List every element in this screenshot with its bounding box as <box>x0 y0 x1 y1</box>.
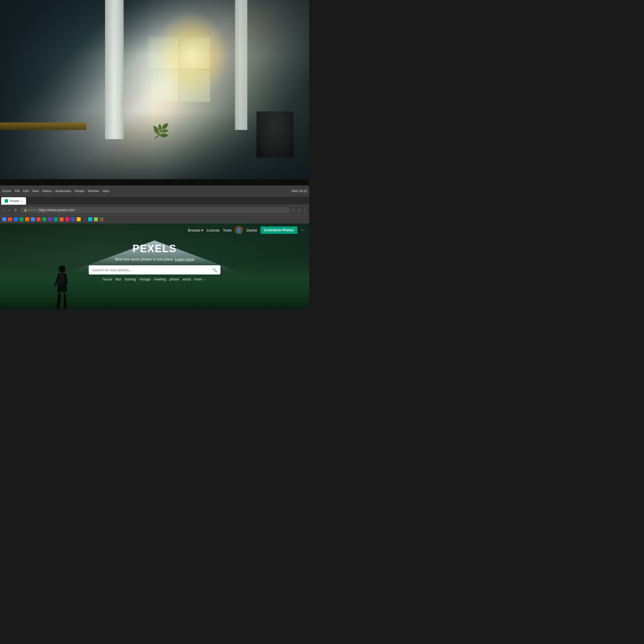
nav-tools-link[interactable]: Tools <box>223 228 232 232</box>
office-chair <box>256 111 294 158</box>
hero-content: PEXELS Best free stock photos in one pla… <box>0 237 309 286</box>
menu-chrome[interactable]: hrome <box>2 189 11 193</box>
bookmark-cyan-icon[interactable] <box>88 217 92 221</box>
quick-tag-vintage[interactable]: vintage <box>139 277 151 281</box>
window-pane <box>148 37 179 69</box>
window-pane <box>148 70 179 102</box>
bookmark-gmail-icon[interactable] <box>8 217 12 221</box>
hero-tagline: Best free stock photos in one place. Lea… <box>115 257 194 261</box>
chevron-down-icon: ▾ <box>201 228 203 232</box>
bookmark-brown-icon[interactable] <box>100 217 104 221</box>
bookmark-lime-icon[interactable] <box>94 217 98 221</box>
quick-tag-phone[interactable]: phone <box>169 277 179 281</box>
forward-button[interactable]: › <box>8 207 11 213</box>
address-bar: ‹ › ↻ 🔒 Secure https://www.pexels.com ☆ … <box>0 205 309 215</box>
menu-view[interactable]: View <box>32 189 39 193</box>
browser-menu: hrome File Edit View History Bookmarks P… <box>2 189 291 193</box>
tab-favicon <box>5 199 8 203</box>
secure-label: Secure <box>28 208 37 212</box>
quick-tag-wood[interactable]: wood <box>183 277 191 281</box>
bookmark-orange-icon[interactable] <box>60 217 64 221</box>
star-icon[interactable]: ☆ <box>292 208 296 213</box>
back-button[interactable]: ‹ <box>2 207 6 213</box>
background-windows <box>148 37 210 102</box>
menu-bookmarks[interactable]: Bookmarks <box>56 189 71 193</box>
bookmark-blue-icon[interactable] <box>31 217 35 221</box>
pexels-navigation: Browse ▾ License Tools 👤 Daniel Contribu… <box>0 223 309 237</box>
bookmark-cal2-icon[interactable] <box>19 217 23 221</box>
pexels-website: Browse ▾ License Tools 👤 Daniel Contribu… <box>0 223 309 309</box>
secure-badge: 🔒 Secure <box>24 208 37 212</box>
search-icon[interactable]: 🔍 <box>212 268 217 272</box>
quick-tag-meeting[interactable]: meeting <box>154 277 166 281</box>
window-pane <box>180 70 210 102</box>
quick-tag-blur[interactable]: blur <box>116 277 121 281</box>
address-bar-actions: ☆ ⬡ ⋮ <box>292 208 307 213</box>
bookmark-red-icon[interactable] <box>37 217 41 221</box>
system-tray: Wed 16:15 <box>292 189 307 193</box>
quick-tag-house[interactable]: house <box>103 277 112 281</box>
pillar-left <box>105 0 124 139</box>
bookmark-calendar-icon[interactable] <box>14 217 18 221</box>
office-table <box>0 123 86 130</box>
user-name[interactable]: Daniel <box>246 228 257 232</box>
menu-help[interactable]: Help <box>102 189 109 193</box>
office-photo-background <box>0 0 309 185</box>
user-avatar[interactable]: 👤 <box>235 226 243 234</box>
learn-more-link[interactable]: Learn more <box>175 257 194 261</box>
bookmark-circle-icon[interactable] <box>25 217 29 221</box>
bookmark-green-icon[interactable] <box>42 217 46 221</box>
settings-icon[interactable]: ⋮ <box>302 208 307 213</box>
search-input[interactable] <box>92 268 210 272</box>
pexels-hero: Browse ▾ License Tools 👤 Daniel Contribu… <box>0 223 309 309</box>
lock-icon: 🔒 <box>24 209 27 212</box>
office-plant <box>148 102 173 139</box>
browser-menu-bar: hrome File Edit View History Bookmarks P… <box>0 185 309 196</box>
monitor-screen: hrome File Edit View History Bookmarks P… <box>0 185 309 309</box>
url-text: https://www.pexels.com <box>39 208 74 212</box>
address-input[interactable]: 🔒 Secure https://www.pexels.com <box>20 207 290 213</box>
active-tab[interactable]: Pexels × <box>1 197 26 205</box>
pexels-logo: PEXELS <box>133 243 177 255</box>
bookmark-pink-icon[interactable] <box>65 217 69 221</box>
tab-close-button[interactable]: × <box>21 199 23 203</box>
menu-edit[interactable]: Edit <box>23 189 29 193</box>
menu-people[interactable]: People <box>75 189 84 193</box>
bookmark-gmail-icon[interactable] <box>2 217 6 221</box>
system-clock: Wed 16:15 <box>292 189 307 193</box>
menu-file[interactable]: File <box>15 189 20 193</box>
bookmarks-bar <box>0 215 309 223</box>
bookmark-indigo-icon[interactable] <box>71 217 75 221</box>
quick-tag-training[interactable]: training <box>125 277 136 281</box>
extension-icon[interactable]: ⬡ <box>297 208 301 213</box>
bookmark-teal-icon[interactable] <box>54 217 58 221</box>
window-pane <box>180 37 210 69</box>
quick-search-tags: house blur training vintage meeting phon… <box>103 277 206 281</box>
search-container[interactable]: 🔍 <box>89 265 220 274</box>
bookmark-dark-icon[interactable] <box>82 217 86 221</box>
more-options-button[interactable]: ··· <box>301 228 305 233</box>
nav-browse-button[interactable]: Browse ▾ <box>188 228 203 232</box>
nav-license-link[interactable]: License <box>207 228 220 232</box>
menu-history[interactable]: History <box>42 189 52 193</box>
contribute-photos-button[interactable]: Contribute Photos <box>260 226 297 234</box>
tab-title: Pexels <box>10 199 19 203</box>
pillar-right <box>235 0 247 130</box>
menu-window[interactable]: Window <box>88 189 99 193</box>
bookmark-purple-icon[interactable] <box>48 217 52 221</box>
quick-tags-more[interactable]: more → <box>194 277 206 281</box>
reload-button[interactable]: ↻ <box>13 207 19 213</box>
bookmark-yellow-icon[interactable] <box>77 217 81 221</box>
tab-bar: Pexels × <box>0 196 309 205</box>
